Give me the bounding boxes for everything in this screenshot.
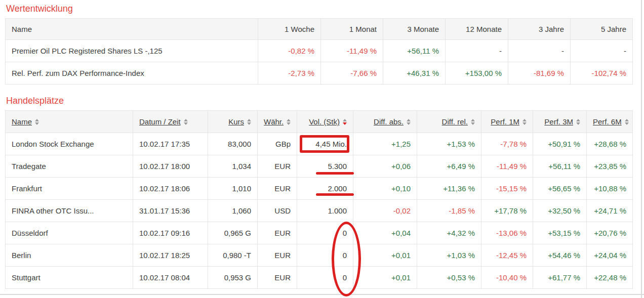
venues-col-datetime-label: Datum / Zeit (139, 117, 181, 126)
perf-value: -11,49 % (321, 40, 383, 62)
venue-name: Frankfurt (6, 178, 133, 200)
performance-table: Name 1 Woche 1 Monat 3 Monate 12 Monate … (5, 18, 633, 84)
venue-diff-rel: -1,85 % (417, 200, 481, 222)
venue-perf-6m: +20,76 % (587, 222, 633, 244)
venue-currency: EUR (258, 178, 297, 200)
venue-volume: 0 (297, 267, 353, 289)
venue-diff-abs: +0,10 (353, 178, 417, 200)
venue-volume: 4,45 Mio. (297, 133, 353, 155)
venue-volume: 5.300 (297, 155, 353, 178)
venues-col-name-label: Name (12, 117, 32, 126)
sort-arrows-icon[interactable] (287, 119, 291, 125)
venues-col-perf-6m[interactable]: Perf. 6M (587, 111, 633, 133)
venue-perf-3m: +56,65 % (533, 178, 587, 200)
venues-col-perf-1m[interactable]: Perf. 1M (481, 111, 533, 133)
table-row: Stuttgart 10.02.17 08:04 0,953 G EUR 0 +… (6, 267, 633, 289)
sort-arrows-icon[interactable] (343, 119, 347, 125)
venue-perf-3m: +56,11 % (533, 155, 587, 178)
perf-value: +46,31 % (383, 62, 446, 84)
venue-diff-abs: +1,25 (353, 133, 417, 155)
table-row: Premier Oil PLC Registered Shares LS -,1… (6, 40, 633, 62)
venues-col-perf-1m-label: Perf. 1M (491, 117, 519, 126)
sort-arrows-icon[interactable] (522, 119, 527, 125)
venues-col-currency[interactable]: Währ. (258, 111, 297, 133)
venue-datetime: 10.02.17 18:25 (133, 244, 208, 267)
venue-name: FINRA other OTC Issu... (6, 200, 133, 222)
venue-currency: EUR (258, 244, 297, 267)
venues-col-volume-label: Vol. (Stk) (309, 117, 340, 126)
venues-col-diff-abs-label: Diff. abs. (374, 117, 404, 126)
venue-datetime: 10.02.17 18:00 (133, 155, 208, 178)
venue-perf-6m: +24,04 % (587, 244, 633, 267)
table-row: Berlin 10.02.17 18:25 0,980 -T EUR 0 +0,… (6, 244, 633, 267)
venues-col-perf-6m-label: Perf. 6M (593, 117, 622, 126)
sort-arrows-icon[interactable] (184, 119, 188, 125)
venue-volume: 2.000 (297, 178, 353, 200)
table-row: Rel. Perf. zum DAX Performance-Index -2,… (6, 62, 633, 84)
perf-value: -2,73 % (258, 62, 321, 84)
sort-arrows-icon[interactable] (35, 119, 39, 125)
venue-datetime: 10.02.17 17:35 (133, 133, 208, 155)
venue-volume: 0 (297, 244, 353, 267)
venue-price: 83,000 (208, 133, 258, 155)
instrument-name: Premier Oil PLC Registered Shares LS -,1… (6, 40, 258, 62)
venue-perf-1m: -7,78 % (481, 133, 533, 155)
venue-volume: 1.000 (297, 200, 353, 222)
venues-col-price[interactable]: Kurs (208, 111, 258, 133)
venue-price: 1,034 (208, 155, 258, 178)
venues-col-name[interactable]: Name (6, 111, 133, 133)
venue-perf-1m: -12,45 % (481, 244, 533, 267)
venues-col-diff-abs[interactable]: Diff. abs. (353, 111, 417, 133)
venues-col-perf-3m[interactable]: Perf. 3M (533, 111, 587, 133)
venues-table: Name Datum / Zeit Kurs Währ. Vol. (Stk) … (5, 110, 633, 289)
venue-currency: EUR (258, 267, 297, 289)
venue-price: 0,953 G (208, 267, 258, 289)
sort-arrows-icon[interactable] (625, 119, 629, 125)
performance-col-1w: 1 Woche (258, 19, 321, 40)
venue-perf-3m: +53,15 % (533, 222, 587, 244)
venue-perf-1m: -10,40 % (481, 267, 533, 289)
venue-diff-rel: +4,32 % (417, 222, 481, 244)
venue-perf-3m: +61,77 % (533, 267, 587, 289)
table-row: London Stock Exchange 10.02.17 17:35 83,… (6, 133, 633, 155)
sort-arrows-icon[interactable] (471, 119, 475, 125)
sort-arrows-icon[interactable] (576, 119, 580, 125)
table-row: Frankfurt 10.02.17 18:06 1,010 EUR 2.000… (6, 178, 633, 200)
venue-diff-abs: +0,01 (353, 244, 417, 267)
venue-name: Stuttgart (6, 267, 133, 289)
venue-datetime: 10.02.17 08:04 (133, 267, 208, 289)
perf-value: - (508, 40, 571, 62)
perf-value: - (571, 40, 633, 62)
perf-value: -7,66 % (321, 62, 383, 84)
performance-col-5y: 5 Jahre (571, 19, 633, 40)
instrument-name: Rel. Perf. zum DAX Performance-Index (6, 62, 258, 84)
venues-col-datetime[interactable]: Datum / Zeit (133, 111, 208, 133)
venue-diff-abs: +0,06 (353, 155, 417, 178)
venue-price: 0,980 -T (208, 244, 258, 267)
venue-diff-abs: +0,04 (353, 222, 417, 244)
venues-col-diff-rel[interactable]: Diff. rel. (417, 111, 481, 133)
venue-currency: USD (258, 200, 297, 222)
venues-col-volume[interactable]: Vol. (Stk) (297, 111, 353, 133)
venue-currency: EUR (258, 155, 297, 178)
venues-header-row: Name Datum / Zeit Kurs Währ. Vol. (Stk) … (6, 111, 633, 133)
venue-datetime: 31.01.17 15:36 (133, 200, 208, 222)
venue-name: Berlin (6, 244, 133, 267)
sort-arrows-icon[interactable] (407, 119, 411, 125)
venue-diff-abs: +0,01 (353, 267, 417, 289)
venue-diff-rel: +1,03 % (417, 244, 481, 267)
performance-col-3m: 3 Monate (383, 19, 446, 40)
perf-value: +56,11 % (383, 40, 446, 62)
venue-price: 0,965 G (208, 222, 258, 244)
venue-diff-rel: +6,49 % (417, 155, 481, 178)
venue-diff-rel: +11,36 % (417, 178, 481, 200)
venue-perf-3m: +50,91 % (533, 133, 587, 155)
venue-perf-1m: -15,15 % (481, 178, 533, 200)
venue-perf-6m: +22,48 % (587, 267, 633, 289)
perf-value: - (446, 40, 508, 62)
sort-arrows-icon[interactable] (247, 119, 251, 125)
venue-perf-6m: +10,88 % (587, 178, 633, 200)
performance-header-row: Name 1 Woche 1 Monat 3 Monate 12 Monate … (6, 19, 633, 40)
perf-value: +153,00 % (446, 62, 508, 84)
venue-name: Düsseldorf (6, 222, 133, 244)
